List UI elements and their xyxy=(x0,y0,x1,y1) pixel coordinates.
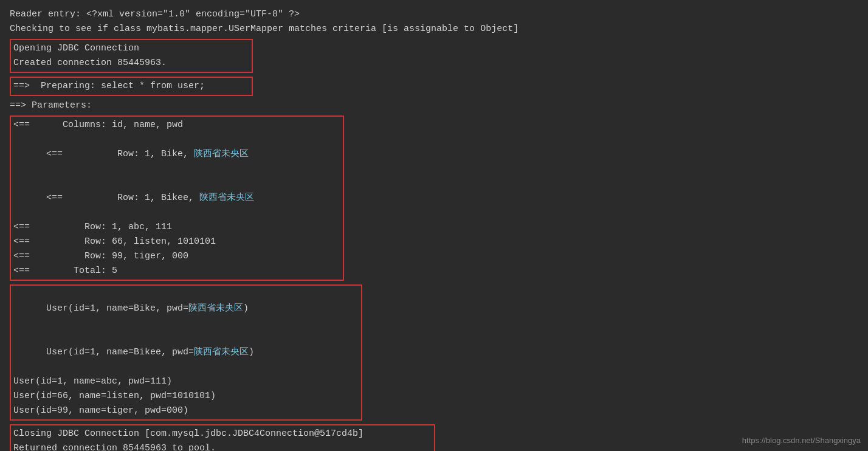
line-parameters: ==> Parameters: xyxy=(10,98,858,113)
line-columns: <== Columns: id, name, pwd xyxy=(13,118,340,133)
line-preparing: ==> Preparing: select * from user; xyxy=(13,79,249,94)
block-jdbc-close: Closing JDBC Connection [com.mysql.jdbc.… xyxy=(10,423,858,451)
line-user-5: User(id=99, name=tiger, pwd=000) xyxy=(13,404,359,418)
block-preparing: ==> Preparing: select * from user; xyxy=(10,75,858,97)
row-prefix-2: <== Row: 1, Bikee, xyxy=(46,193,199,203)
line-returned-conn: Returned connection 85445963 to pool. xyxy=(13,441,432,451)
line-user-3: User(id=1, name=abc, pwd=111) xyxy=(13,374,359,389)
line-row-99: <== Row: 99, tiger, 000 xyxy=(13,249,340,264)
row-chinese-val-1: 陕西省未央区 xyxy=(194,149,249,159)
line-row-1-bike: <== Row: 1, Bike, <== Row: 1, Bike, 陕西省未… xyxy=(13,133,340,176)
line-opening-jdbc: Opening JDBC Connection xyxy=(13,41,249,56)
line-user-1: User(id=1, name=Bike, pwd=陕西省未央区) xyxy=(13,287,359,331)
block-user-objects: User(id=1, name=Bike, pwd=陕西省未央区) User(i… xyxy=(10,283,858,422)
line-created-conn: Created connection 85445963. xyxy=(13,56,249,71)
row-prefix: <== Row: 1, Bike, xyxy=(46,149,194,159)
line-row-1-abc: <== Row: 1, abc, 111 xyxy=(13,220,340,235)
line-user-2: User(id=1, name=Bikee, pwd=陕西省未央区) xyxy=(13,331,359,374)
line-total: <== Total: 5 xyxy=(13,264,340,278)
line-user-4: User(id=66, name=listen, pwd=1010101) xyxy=(13,389,359,404)
line-closing-jdbc: Closing JDBC Connection [com.mysql.jdbc.… xyxy=(13,427,432,441)
line-checking: Checking to see if class mybatis.mapper.… xyxy=(10,22,858,36)
line-reader-entry: Reader entry: <?xml version="1.0" encodi… xyxy=(10,7,858,22)
block-result-rows: <== Columns: id, name, pwd <== Row: 1, B… xyxy=(10,114,858,282)
watermark: https://blog.csdn.net/Shangxingya xyxy=(742,436,861,445)
line-row-1-bikee: <== Row: 1, Bikee, 陕西省未央区 xyxy=(13,176,340,220)
line-row-66: <== Row: 66, listen, 1010101 xyxy=(13,235,340,249)
block-jdbc-open: Opening JDBC Connection Created connecti… xyxy=(10,38,858,74)
row-chinese-val-2: 陕西省未央区 xyxy=(199,193,254,203)
